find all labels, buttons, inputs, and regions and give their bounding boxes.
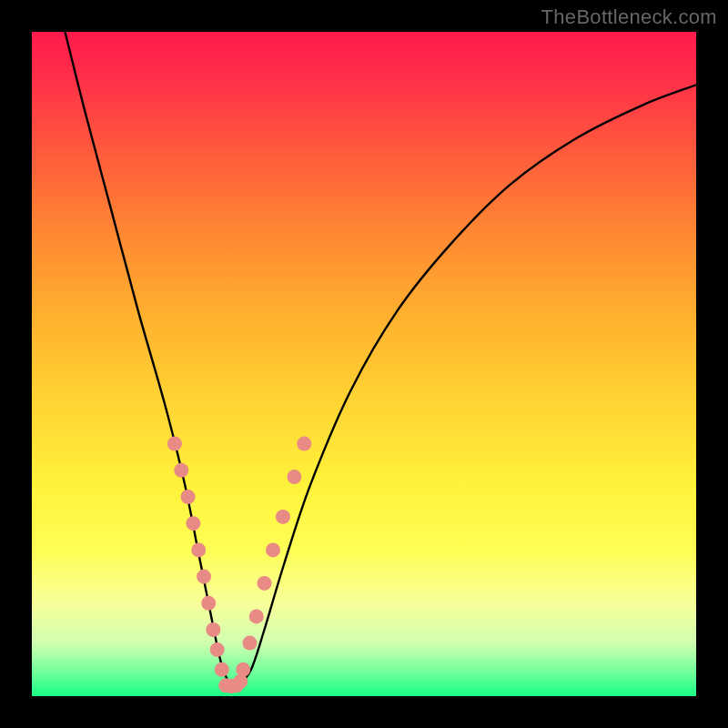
data-point <box>181 490 196 504</box>
chart-svg <box>32 32 696 696</box>
bottleneck-curve <box>66 32 697 689</box>
left-branch-dots <box>167 437 229 677</box>
data-point <box>215 662 229 677</box>
data-point <box>167 437 182 451</box>
data-point <box>186 516 200 531</box>
data-point <box>297 437 311 451</box>
data-point <box>258 576 272 591</box>
data-point <box>287 470 301 484</box>
data-point <box>206 622 220 637</box>
data-point <box>242 636 257 651</box>
data-point <box>210 642 225 657</box>
data-point <box>236 662 250 677</box>
data-point <box>276 510 290 524</box>
data-point <box>191 542 206 557</box>
data-point <box>266 542 280 557</box>
plot-area <box>32 32 696 696</box>
watermark-text: TheBottleneck.com <box>541 5 717 29</box>
trough-dots <box>218 674 248 693</box>
data-point <box>197 570 211 584</box>
data-point <box>201 596 216 611</box>
right-branch-dots <box>236 437 311 677</box>
data-point <box>174 463 188 478</box>
data-point <box>249 609 264 623</box>
chart-frame: TheBottleneck.com <box>0 0 728 728</box>
data-point <box>233 674 248 689</box>
